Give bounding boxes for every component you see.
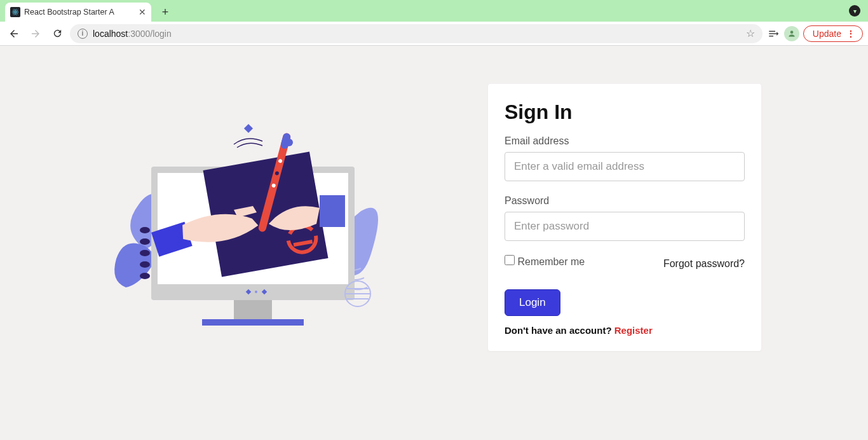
kebab-menu-icon: ⋮ bbox=[846, 29, 856, 39]
svg-rect-44 bbox=[320, 195, 345, 227]
svg-rect-36 bbox=[234, 300, 272, 319]
reload-button[interactable] bbox=[48, 25, 66, 43]
address-bar[interactable]: i localhost:3000/login ☆ bbox=[70, 24, 763, 43]
svg-point-0 bbox=[15, 11, 16, 13]
password-field-group: Password bbox=[505, 195, 745, 241]
email-label: Email address bbox=[505, 135, 745, 147]
url-text: localhost:3000/login bbox=[93, 29, 741, 39]
reading-list-icon[interactable] bbox=[766, 27, 780, 41]
bookmark-star-icon[interactable]: ☆ bbox=[746, 27, 755, 39]
svg-point-56 bbox=[140, 261, 150, 268]
window-menu-icon[interactable]: ▾ bbox=[849, 5, 860, 17]
login-illustration bbox=[107, 84, 399, 326]
register-link[interactable]: Register bbox=[614, 325, 653, 336]
arrow-left-icon bbox=[8, 28, 20, 39]
profile-avatar-icon[interactable] bbox=[784, 26, 799, 41]
svg-point-53 bbox=[140, 227, 150, 233]
svg-rect-52 bbox=[244, 124, 253, 133]
no-account-text: Don't have an account? bbox=[505, 325, 614, 336]
browser-tab[interactable]: React Bootstrap Starter A ✕ bbox=[5, 3, 151, 22]
login-card: Sign In Email address Password Remember … bbox=[488, 84, 761, 351]
svg-rect-37 bbox=[202, 319, 304, 326]
register-prompt: Don't have an account? Register bbox=[505, 325, 745, 336]
svg-point-47 bbox=[285, 139, 293, 146]
email-input[interactable] bbox=[505, 152, 745, 181]
svg-point-4 bbox=[790, 31, 794, 34]
svg-point-55 bbox=[140, 250, 150, 256]
remember-me-group[interactable]: Remember me bbox=[505, 255, 585, 268]
browser-tab-strip: React Bootstrap Starter A ✕ + ▾ bbox=[0, 0, 868, 22]
remember-me-label: Remember me bbox=[517, 256, 585, 267]
new-tab-button[interactable]: + bbox=[156, 3, 174, 21]
react-favicon-icon bbox=[10, 7, 20, 17]
back-button[interactable] bbox=[5, 25, 23, 43]
browser-toolbar: i localhost:3000/login ☆ Update ⋮ bbox=[0, 22, 868, 46]
arrow-right-icon bbox=[30, 28, 41, 39]
page-content: Sign In Email address Password Remember … bbox=[0, 46, 868, 440]
reload-icon bbox=[52, 28, 63, 39]
tab-title: React Bootstrap Starter A bbox=[24, 8, 135, 17]
email-field-group: Email address bbox=[505, 135, 745, 181]
remember-me-checkbox[interactable] bbox=[505, 255, 515, 265]
svg-point-54 bbox=[140, 238, 150, 245]
login-button[interactable]: Login bbox=[505, 289, 560, 316]
svg-point-57 bbox=[140, 273, 150, 279]
svg-point-39 bbox=[255, 291, 257, 293]
update-button[interactable]: Update ⋮ bbox=[803, 25, 863, 42]
svg-rect-35 bbox=[158, 284, 348, 300]
forward-button[interactable] bbox=[27, 25, 44, 43]
update-label: Update bbox=[813, 29, 841, 39]
signin-title: Sign In bbox=[505, 100, 745, 124]
site-info-icon[interactable]: i bbox=[78, 29, 88, 39]
forgot-password-link[interactable]: Forgot password? bbox=[663, 258, 745, 270]
close-tab-icon[interactable]: ✕ bbox=[139, 7, 146, 17]
password-input[interactable] bbox=[505, 212, 745, 241]
password-label: Password bbox=[505, 195, 745, 207]
